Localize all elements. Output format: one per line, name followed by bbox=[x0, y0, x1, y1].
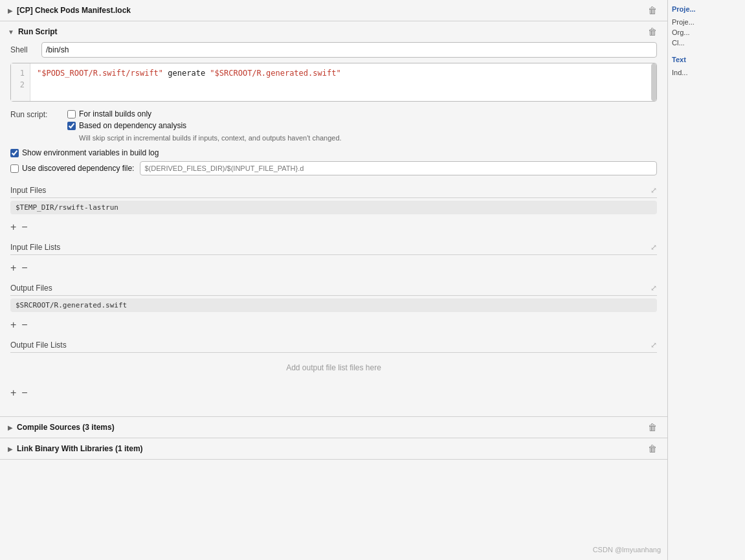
check-pods-header[interactable]: ▶ [CP] Check Pods Manifest.lock 🗑 bbox=[0, 0, 667, 21]
project-section-title: Proje... bbox=[672, 5, 741, 13]
sidebar-item-ind[interactable]: Ind... bbox=[672, 67, 741, 78]
dependency-file-row: Use discovered dependency file: bbox=[10, 161, 657, 175]
code-line-1: "$PODS_ROOT/R.swift/rswift" generate "$S… bbox=[37, 67, 650, 79]
link-binary-title: Link Binary With Libraries (1 item) bbox=[17, 444, 645, 453]
input-file-lists-add-remove: + − bbox=[10, 260, 657, 276]
use-dep-file-label[interactable]: Use discovered dependency file: bbox=[22, 164, 134, 173]
run-script-label-text: Run script: bbox=[10, 109, 62, 119]
compile-sources-phase: ▶ Compile Sources (3 items) 🗑 bbox=[0, 417, 667, 438]
sidebar-item-project[interactable]: Proje... bbox=[672, 17, 741, 27]
output-file-lists-label: Output File Lists bbox=[10, 341, 650, 350]
input-files-header: Input Files ⤢ bbox=[10, 183, 657, 198]
shell-label: Shell bbox=[10, 45, 36, 54]
input-files-add-button[interactable]: + bbox=[10, 222, 16, 232]
output-files-section: Output Files ⤢ $SRCROOT/R.generated.swif… bbox=[10, 281, 657, 312]
code-line-2 bbox=[37, 79, 650, 91]
run-script-content: Shell 1 2 "$PODS_ROOT/R.swift/rswift" ge… bbox=[0, 42, 667, 416]
based-on-dependency-label[interactable]: Based on dependency analysis bbox=[79, 121, 186, 130]
shell-row: Shell bbox=[10, 42, 657, 58]
code-pods-root: "$PODS_ROOT/R.swift/rswift" bbox=[37, 69, 163, 78]
link-binary-header[interactable]: ▶ Link Binary With Libraries (1 item) 🗑 bbox=[0, 438, 667, 459]
text-section-title: Text bbox=[672, 56, 741, 63]
for-install-checkbox[interactable] bbox=[67, 110, 76, 118]
check-pods-delete-button[interactable]: 🗑 bbox=[645, 5, 660, 16]
show-env-vars-label[interactable]: Show environment variables in build log bbox=[22, 148, 159, 157]
output-file-lists-section: Output File Lists ⤢ Add output file list… bbox=[10, 338, 657, 380]
sidebar-item-org[interactable]: Org... bbox=[672, 27, 741, 38]
show-env-vars-row: Show environment variables in build log bbox=[10, 148, 657, 157]
output-file-lists-add-remove: + − bbox=[10, 385, 657, 401]
line-num-2: 2 bbox=[16, 79, 25, 91]
code-content[interactable]: "$PODS_ROOT/R.swift/rswift" generate "$S… bbox=[30, 63, 656, 101]
code-editor[interactable]: 1 2 "$PODS_ROOT/R.swift/rswift" generate… bbox=[10, 63, 657, 102]
input-files-expand-icon[interactable]: ⤢ bbox=[650, 186, 657, 195]
input-file-lists-remove-button[interactable]: − bbox=[21, 263, 27, 273]
skip-description: Will skip script in incremental builds i… bbox=[79, 134, 342, 142]
input-file-lists-section: Input File Lists ⤢ bbox=[10, 240, 657, 255]
run-script-delete-button[interactable]: 🗑 bbox=[645, 27, 660, 37]
input-file-entry[interactable]: $TEMP_DIR/rswift-lastrun bbox=[10, 201, 657, 214]
input-file-lists-label: Input File Lists bbox=[10, 243, 650, 252]
based-on-dependency-row: Based on dependency analysis bbox=[67, 121, 342, 130]
output-files-add-remove: + − bbox=[10, 317, 657, 333]
compile-sources-chevron-icon: ▶ bbox=[8, 424, 13, 431]
chevron-right-icon: ▶ bbox=[8, 7, 13, 14]
show-env-vars-checkbox[interactable] bbox=[10, 149, 19, 157]
input-files-remove-button[interactable]: − bbox=[21, 222, 27, 232]
input-files-section: Input Files ⤢ $TEMP_DIR/rswift-lastrun bbox=[10, 183, 657, 214]
run-script-label-row: Run script: For install builds only Base… bbox=[10, 109, 657, 142]
use-dep-file-checkbox[interactable] bbox=[10, 164, 19, 173]
output-files-remove-button[interactable]: − bbox=[21, 320, 27, 330]
sidebar-item-cl[interactable]: Cl... bbox=[672, 38, 741, 48]
code-srcroot: "$SRCROOT/R.generated.swift" bbox=[210, 69, 340, 78]
run-script-title: Run Script bbox=[18, 27, 645, 36]
output-file-lists-placeholder: Add output file list files here bbox=[10, 355, 657, 380]
line-numbers: 1 2 bbox=[11, 63, 30, 101]
main-content: ▶ [CP] Check Pods Manifest.lock 🗑 ▼ Run … bbox=[0, 0, 667, 560]
for-install-label[interactable]: For install builds only bbox=[79, 109, 151, 118]
link-binary-phase: ▶ Link Binary With Libraries (1 item) 🗑 bbox=[0, 438, 667, 460]
output-file-lists-remove-button[interactable]: − bbox=[21, 388, 27, 398]
check-pods-phase: ▶ [CP] Check Pods Manifest.lock 🗑 bbox=[0, 0, 667, 21]
output-files-add-button[interactable]: + bbox=[10, 320, 16, 330]
output-file-lists-expand-icon[interactable]: ⤢ bbox=[650, 341, 657, 350]
input-file-lists-add-button[interactable]: + bbox=[10, 263, 16, 273]
options-section: Run script: For install builds only Base… bbox=[10, 109, 657, 142]
compile-sources-header[interactable]: ▶ Compile Sources (3 items) 🗑 bbox=[0, 417, 667, 438]
for-install-builds-row: For install builds only bbox=[67, 109, 342, 118]
line-num-1: 1 bbox=[16, 67, 25, 79]
link-binary-chevron-icon: ▶ bbox=[8, 445, 13, 453]
output-files-expand-icon[interactable]: ⤢ bbox=[650, 284, 657, 293]
output-files-label: Output Files bbox=[10, 284, 650, 293]
input-file-lists-expand-icon[interactable]: ⤢ bbox=[650, 243, 657, 252]
shell-input[interactable] bbox=[41, 42, 657, 58]
code-generate: generate bbox=[163, 69, 210, 78]
run-script-phase: ▼ Run Script 🗑 Shell 1 2 "$PODS_ROOT/R.s… bbox=[0, 21, 667, 417]
based-on-dependency-checkbox[interactable] bbox=[67, 122, 76, 130]
right-sidebar: Proje... Proje... Org... Cl... Text Ind.… bbox=[667, 0, 745, 560]
output-file-lists-header: Output File Lists ⤢ bbox=[10, 338, 657, 353]
input-files-label: Input Files bbox=[10, 186, 650, 195]
output-file-lists-add-button[interactable]: + bbox=[10, 388, 16, 398]
compile-sources-delete-button[interactable]: 🗑 bbox=[645, 422, 660, 432]
input-files-add-remove: + − bbox=[10, 219, 657, 235]
output-files-header: Output Files ⤢ bbox=[10, 281, 657, 296]
dependency-file-input[interactable] bbox=[140, 161, 657, 175]
output-file-entry[interactable]: $SRCROOT/R.generated.swift bbox=[10, 298, 657, 312]
compile-sources-title: Compile Sources (3 items) bbox=[17, 423, 645, 432]
text-section: Text Ind... bbox=[672, 56, 741, 78]
check-pods-title: [CP] Check Pods Manifest.lock bbox=[17, 6, 645, 15]
scrollbar-thumb[interactable] bbox=[651, 63, 656, 101]
input-file-lists-header: Input File Lists ⤢ bbox=[10, 240, 657, 255]
chevron-down-icon: ▼ bbox=[8, 28, 14, 36]
run-script-header[interactable]: ▼ Run Script 🗑 bbox=[0, 21, 667, 42]
options-checkboxes: For install builds only Based on depende… bbox=[67, 109, 342, 142]
link-binary-delete-button[interactable]: 🗑 bbox=[645, 443, 660, 454]
